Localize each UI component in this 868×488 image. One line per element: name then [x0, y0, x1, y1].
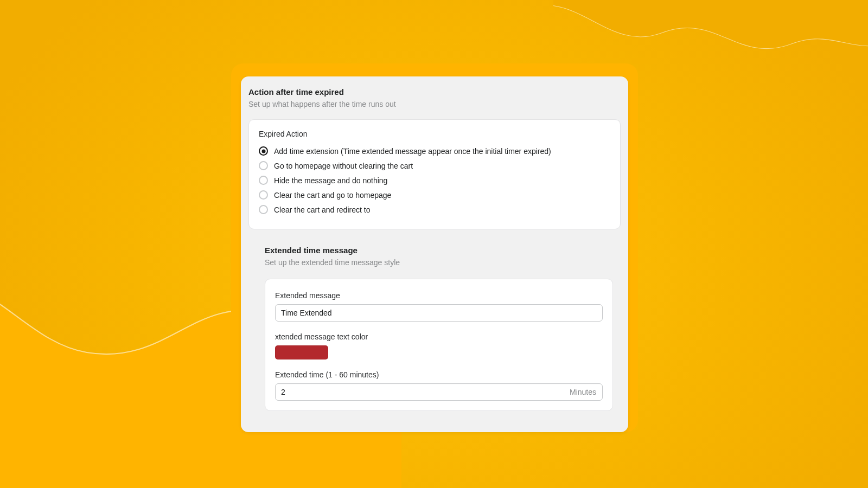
settings-panel: Action after time expired Set up what ha…: [241, 76, 628, 432]
expired-action-card: Expired Action Add time extension (Time …: [248, 119, 621, 229]
radio-option-hide-message[interactable]: Hide the message and do nothing: [259, 173, 610, 188]
radio-option-clear-cart-redirect[interactable]: Clear the cart and redirect to: [259, 202, 610, 217]
radio-label: Clear the cart and redirect to: [274, 206, 370, 214]
radio-label: Clear the cart and go to homepage: [274, 191, 391, 200]
radio-icon: [259, 205, 268, 214]
extended-message-label: Extended message: [275, 291, 603, 300]
promo-card-frame: Action after time expired Set up what ha…: [231, 63, 638, 432]
radio-option-go-homepage[interactable]: Go to homepage without clearing the cart: [259, 158, 610, 173]
radio-icon: [259, 146, 268, 156]
extended-subtitle: Set up the extended time message style: [265, 258, 613, 267]
extended-message-input[interactable]: [275, 304, 603, 322]
radio-option-clear-cart-homepage[interactable]: Clear the cart and go to homepage: [259, 188, 610, 202]
extended-time-label: Extended time (1 - 60 minutes): [275, 370, 603, 379]
extended-color-label: xtended message text color: [275, 332, 603, 341]
radio-label: Go to homepage without clearing the cart: [274, 162, 413, 170]
extended-color-swatch[interactable]: [275, 345, 328, 359]
section-subtitle: Set up what happens after the time runs …: [248, 100, 621, 108]
expired-action-label: Expired Action: [259, 130, 610, 138]
extended-time-input[interactable]: [275, 383, 603, 401]
radio-icon: [259, 190, 268, 200]
radio-icon: [259, 176, 268, 185]
radio-option-add-extension[interactable]: Add time extension (Time extended messag…: [259, 144, 610, 158]
radio-label: Hide the message and do nothing: [274, 176, 387, 185]
radio-label: Add time extension (Time extended messag…: [274, 147, 551, 156]
extended-title: Extended time message: [265, 246, 613, 255]
section-title: Action after time expired: [248, 87, 621, 97]
extended-time-section: Extended time message Set up the extende…: [248, 229, 621, 411]
radio-icon: [259, 161, 268, 170]
extended-settings-card: Extended message xtended message text co…: [265, 279, 613, 411]
